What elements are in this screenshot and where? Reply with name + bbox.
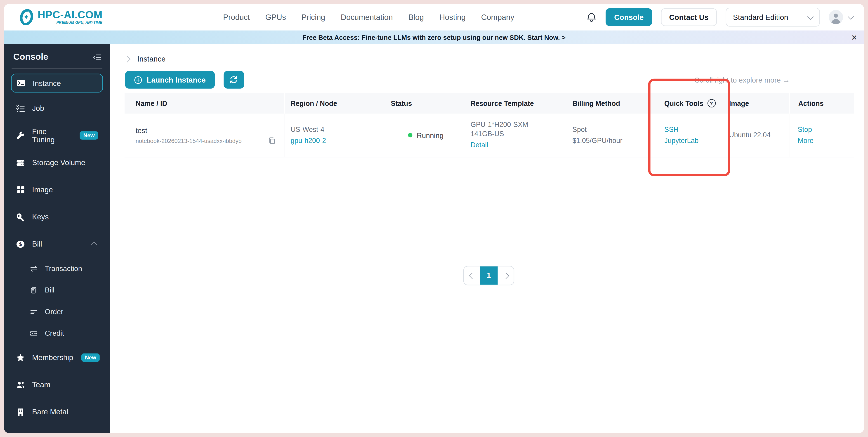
detail-link[interactable]: Detail: [471, 141, 563, 150]
column-header-resource-template: Resource Template: [465, 93, 567, 114]
sidebar-item-label: Image: [32, 185, 53, 194]
sidebar-item-bare-metal[interactable]: Bare Metal: [11, 398, 103, 426]
column-header-status: Status: [385, 93, 465, 114]
sidebar-subitem-label: Order: [45, 308, 63, 316]
more-link[interactable]: More: [798, 136, 850, 145]
grid-icon: [16, 185, 25, 194]
menu-item-blog[interactable]: Blog: [408, 13, 424, 22]
sidebar-item-keys[interactable]: Keys: [11, 203, 103, 231]
sidebar-subitem-label: Credit: [45, 329, 64, 338]
plus-circle-icon: [134, 76, 143, 84]
cell-status: Running: [385, 114, 465, 157]
logo[interactable]: HPC-AI.COM PREMIUM GPU, ANYTIME: [20, 9, 103, 25]
edition-select[interactable]: Standard Edition: [726, 8, 820, 26]
ssh-link[interactable]: SSH: [664, 125, 719, 134]
sidebar-item-label: Storage Volume: [32, 158, 85, 167]
breadcrumb: Instance: [125, 55, 165, 63]
sidebar-item-bill[interactable]: $ Bill: [11, 231, 103, 258]
sidebar-title: Console: [13, 52, 49, 62]
node-link[interactable]: gpu-h200-2: [291, 136, 381, 145]
refresh-button[interactable]: [223, 71, 244, 88]
menu-item-pricing[interactable]: Pricing: [302, 13, 325, 22]
help-icon[interactable]: ?: [707, 99, 716, 108]
dollar-coin-icon: $: [16, 239, 25, 249]
sidebar-item-image[interactable]: Image: [11, 176, 103, 203]
logo-tagline: PREMIUM GPU, ANYTIME: [38, 21, 103, 25]
jupyterlab-link[interactable]: JupyterLab: [664, 136, 719, 145]
terminal-icon: [17, 79, 25, 88]
sidebar-item-label: Team: [32, 380, 51, 389]
menu-item-documentation[interactable]: Documentation: [341, 13, 393, 22]
collapse-sidebar-icon[interactable]: [93, 53, 101, 61]
table-header-row: Name / ID Region / Node Status Resource …: [125, 93, 854, 114]
sidebar-subitem-credit[interactable]: Credit: [11, 322, 103, 344]
close-icon[interactable]: ×: [851, 33, 857, 42]
column-header-name-id: Name / ID: [125, 93, 285, 114]
sidebar-item-team[interactable]: Team: [11, 371, 103, 398]
new-badge: New: [82, 353, 100, 362]
menu-item-company[interactable]: Company: [481, 13, 514, 22]
main-panel: Instance Launch Instance Scro: [110, 44, 864, 433]
contact-us-button[interactable]: Contact Us: [661, 8, 717, 26]
chevron-right-icon: [502, 272, 509, 279]
pagination-page-1[interactable]: 1: [480, 266, 498, 285]
instance-name: test: [135, 125, 280, 135]
instance-table: Name / ID Region / Node Status Resource …: [125, 93, 854, 157]
list-lines-icon: [29, 308, 38, 315]
star-icon: [16, 353, 25, 362]
stop-link[interactable]: Stop: [798, 125, 850, 134]
divider: [11, 68, 102, 68]
building-icon: [16, 407, 25, 416]
sidebar-item-fine-tuning[interactable]: Fine-Tuning New: [11, 122, 103, 149]
sidebar-item-label: Instance: [33, 79, 61, 87]
content-area: Console Instance: [4, 44, 864, 433]
refresh-icon: [229, 75, 238, 84]
sidebar-item-storage-volume[interactable]: Storage Volume: [11, 149, 103, 176]
team-icon: [16, 380, 25, 389]
app-window: HPC-AI.COM PREMIUM GPU, ANYTIME Product …: [4, 4, 864, 433]
column-header-image: Image: [723, 93, 789, 114]
sidebar-item-instance[interactable]: Instance: [11, 74, 103, 92]
cell-resource-template: GPU-1*H200-SXM-141GB-US Detail: [465, 114, 567, 157]
copy-icon[interactable]: [268, 137, 276, 145]
column-header-quick-tools: Quick Tools ?: [659, 93, 723, 114]
sidebar-item-label: Bare Metal: [32, 408, 68, 416]
top-navbar: HPC-AI.COM PREMIUM GPU, ANYTIME Product …: [4, 4, 864, 31]
sidebar-header: Console: [11, 50, 103, 62]
sidebar-subitem-bill[interactable]: Bill: [11, 279, 103, 301]
sidebar: Console Instance: [4, 44, 110, 433]
breadcrumb-current: Instance: [137, 55, 165, 63]
instance-id: notebook-20260213-1544-usadxx-ibbdyb: [135, 138, 242, 144]
chevron-left-icon: [469, 272, 475, 279]
transfer-arrows-icon: [29, 264, 38, 272]
column-header-actions: Actions: [789, 93, 854, 114]
cell-actions: Stop More: [789, 114, 854, 157]
checklist-icon: [16, 104, 25, 113]
chevron-right-icon[interactable]: [124, 56, 130, 62]
promo-banner[interactable]: Free Beta Access: Fine-tune LLMs with ze…: [4, 31, 864, 44]
stage: HPC-AI.COM PREMIUM GPU, ANYTIME Product …: [0, 0, 868, 437]
sidebar-item-job[interactable]: Job: [11, 95, 103, 122]
column-header-region-node: Region / Node: [285, 93, 385, 114]
menu-item-hosting[interactable]: Hosting: [439, 13, 466, 22]
menu-item-product[interactable]: Product: [223, 13, 250, 22]
edition-select-value: Standard Edition: [733, 13, 788, 22]
top-menu: Product GPUs Pricing Documentation Blog …: [223, 13, 514, 22]
pagination-next-button[interactable]: [498, 266, 514, 285]
pagination-prev-button[interactable]: [464, 266, 480, 285]
server-icon: [16, 158, 25, 167]
promo-banner-text[interactable]: Free Beta Access: Fine-tune LLMs with ze…: [303, 33, 566, 41]
launch-instance-button[interactable]: Launch Instance: [125, 71, 215, 88]
chevron-up-icon: [92, 241, 98, 247]
sidebar-item-membership[interactable]: Membership New: [11, 344, 103, 371]
logo-text: HPC-AI.COM PREMIUM GPU, ANYTIME: [38, 9, 103, 25]
sidebar-subitem-transaction[interactable]: Transaction: [11, 258, 103, 279]
menu-item-gpus[interactable]: GPUs: [266, 13, 286, 22]
sidebar-subitem-order[interactable]: Order: [11, 301, 103, 323]
notification-bell-icon[interactable]: [587, 12, 597, 23]
account-menu[interactable]: [829, 10, 853, 24]
console-button[interactable]: Console: [606, 8, 652, 26]
wrench-icon: [16, 131, 25, 140]
billing-type: Spot: [572, 125, 654, 134]
toolbar: Launch Instance: [125, 71, 244, 88]
